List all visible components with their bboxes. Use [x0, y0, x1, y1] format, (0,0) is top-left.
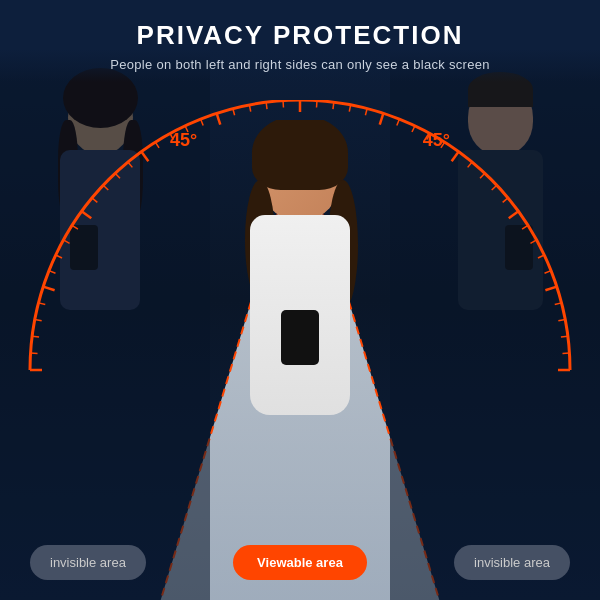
header: PRIVACY PROTECTION People on both left a…	[0, 0, 600, 82]
main-container: PRIVACY PROTECTION People on both left a…	[0, 0, 600, 600]
svg-line-34	[380, 113, 384, 124]
svg-line-9	[43, 287, 54, 291]
svg-line-24	[217, 113, 221, 124]
svg-line-16	[103, 185, 108, 190]
svg-line-52	[561, 336, 568, 337]
svg-line-49	[545, 287, 556, 291]
svg-line-18	[128, 162, 132, 167]
svg-line-44	[509, 211, 519, 218]
angle-left-label: 45°	[170, 130, 197, 151]
svg-line-19	[141, 152, 148, 162]
arc-container	[20, 100, 580, 380]
svg-line-42	[492, 185, 497, 190]
svg-line-39	[452, 152, 459, 162]
page-title: PRIVACY PROTECTION	[20, 20, 580, 51]
arc-svg	[20, 100, 580, 380]
bottom-labels: invisible area Viewable area invisible a…	[0, 545, 600, 580]
svg-line-43	[503, 198, 508, 202]
svg-line-20	[155, 142, 159, 148]
page-subtitle: People on both left and right sides can …	[20, 57, 580, 72]
svg-line-41	[480, 173, 485, 178]
invisible-area-left: invisible area	[30, 545, 146, 580]
svg-line-6	[32, 336, 39, 337]
svg-line-31	[333, 102, 334, 109]
svg-line-13	[72, 225, 78, 229]
svg-line-14	[82, 211, 92, 218]
invisible-area-right: invisible area	[454, 545, 570, 580]
angle-right-label: 45°	[423, 130, 450, 151]
svg-line-15	[92, 198, 97, 202]
svg-line-12	[63, 240, 69, 243]
svg-line-46	[530, 240, 536, 243]
svg-line-17	[115, 173, 120, 178]
viewable-area-label: Viewable area	[233, 545, 367, 580]
svg-line-40	[468, 162, 472, 167]
svg-line-45	[522, 225, 528, 229]
svg-line-27	[266, 102, 267, 109]
